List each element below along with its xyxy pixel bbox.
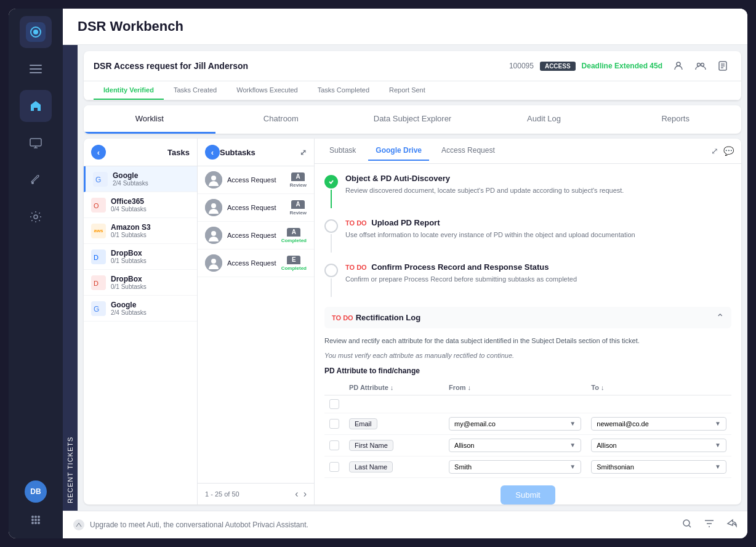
from-email-select[interactable]: my@email.co ▼ <box>449 417 581 431</box>
th-attr: PD Attribute ↓ <box>344 380 444 395</box>
dsr-tab-completed[interactable]: Tasks Completed <box>308 81 379 100</box>
detail-panel: Subtask Google Drive Access Request ⤢ 💬 <box>315 139 741 504</box>
tab-chatroom[interactable]: Chatroom <box>215 105 347 134</box>
expand-icon[interactable]: ⤢ <box>711 146 718 156</box>
subtask-avatar-1 <box>205 171 222 188</box>
share-bottom-icon[interactable] <box>725 517 738 532</box>
dsr-header: DSR Access request for Jill Anderson 100… <box>84 51 741 81</box>
task-logo-aws: aws <box>91 224 106 238</box>
sidebar-item-monitor[interactable] <box>20 127 52 159</box>
next-page-arrow[interactable]: › <box>304 488 307 500</box>
filter-bottom-icon[interactable] <box>703 517 715 532</box>
task-check-2 <box>324 219 338 233</box>
to-email-select[interactable]: newemail@co.de ▼ <box>591 417 726 431</box>
task-detail-1: Object & PD Auti-Discovery Review discov… <box>324 174 731 208</box>
task-subtask-count: 0/4 Subtasks <box>111 206 190 213</box>
subtasks-expand[interactable]: ⤢ <box>300 148 307 157</box>
bottom-icons <box>681 517 738 532</box>
rectification-collapse[interactable]: ⌃ <box>716 312 724 323</box>
dsr-tab-workflows[interactable]: Workflows Executed <box>227 81 307 100</box>
task-check-3 <box>324 264 338 277</box>
recent-tickets-tab[interactable]: RECENT TICKETS <box>63 45 78 511</box>
pd-checkbox-email[interactable] <box>329 419 339 429</box>
task-subtask-count: 0/1 Subtasks <box>111 283 190 290</box>
to-lastname-select[interactable]: Smithsonian ▼ <box>591 460 726 474</box>
pd-checkbox-firstname[interactable] <box>329 440 339 450</box>
todo-label-3: TO DO <box>345 264 367 271</box>
hamburger-icon[interactable] <box>25 58 47 80</box>
pagination-arrows: ‹ › <box>295 488 307 500</box>
chat-icon[interactable]: 💬 <box>723 146 734 156</box>
subtask-item-4[interactable]: Access Request E Completed <box>198 249 314 277</box>
apps-icon[interactable] <box>25 509 47 531</box>
subtask-avatar-4 <box>205 254 222 272</box>
task-name: DropBox <box>111 275 190 283</box>
task-detail-title-1: Object & PD Auti-Discovery <box>345 174 731 183</box>
rectification-todo-label: TO DO <box>332 314 353 322</box>
task-item-office365[interactable]: O Office365 0/4 Subtasks <box>84 192 197 218</box>
task-name: DropBox <box>111 249 190 257</box>
subtasks-toggle[interactable]: ‹ <box>205 145 220 160</box>
tab-data-subject[interactable]: Data Subject Explorer <box>347 105 478 134</box>
subtask-item-3[interactable]: Access Request A Completed <box>198 222 314 249</box>
task-name: Google <box>111 301 190 309</box>
tab-worklist[interactable]: Worklist <box>84 105 215 134</box>
from-lastname-select[interactable]: Smith ▼ <box>449 460 581 474</box>
task-item-google2[interactable]: G Google 2/4 Subtasks <box>84 296 197 322</box>
task-logo-google: G <box>93 172 108 187</box>
tab-reports[interactable]: Reports <box>609 105 741 134</box>
pd-checkbox-lastname[interactable] <box>329 462 339 472</box>
pd-table: PD Attribute ↓ From ↓ To ↓ <box>324 380 731 478</box>
detail-tab-accessrequest[interactable]: Access Request <box>434 141 502 161</box>
task-subtask-count: 0/1 Subtasks <box>111 232 190 238</box>
task-logo-google2: G <box>91 301 106 316</box>
subtask-item-2[interactable]: Access Request A Review <box>198 194 314 222</box>
detail-tab-googledrive[interactable]: Google Drive <box>368 141 429 161</box>
user-avatar[interactable]: DB <box>25 480 47 503</box>
dsr-tab-tasks[interactable]: Tasks Created <box>164 81 227 100</box>
rectification-section: TO DO Rectification Log ⌃ Review and rec… <box>324 307 731 504</box>
svg-point-10 <box>34 516 37 518</box>
sidebar-item-settings[interactable] <box>20 201 52 233</box>
dsr-tab-identity[interactable]: Identity Verified <box>94 81 164 100</box>
from-firstname-select[interactable]: Allison ▼ <box>449 439 581 452</box>
subtask-badge-letter-2: A <box>291 200 305 209</box>
subtask-status-1: Review <box>289 182 307 188</box>
th-to: To ↓ <box>586 380 731 395</box>
tab-audit-log[interactable]: Audit Log <box>478 105 610 134</box>
tasks-toggle[interactable]: ‹ <box>91 145 106 160</box>
detail-content: Object & PD Auti-Discovery Review discov… <box>315 164 741 504</box>
svg-rect-3 <box>30 65 42 66</box>
detail-tab-subtask[interactable]: Subtask <box>322 141 363 161</box>
rectification-header[interactable]: TO DO Rectification Log ⌃ <box>324 307 731 328</box>
subtask-avatar-2 <box>205 199 222 216</box>
svg-point-12 <box>31 519 34 521</box>
attr-email: Email <box>349 418 377 429</box>
task-item-amazon[interactable]: aws Amazon S3 0/1 Subtasks <box>84 218 197 244</box>
pd-checkbox-header[interactable] <box>329 399 339 409</box>
task-item-dropbox1[interactable]: D DropBox 0/1 Subtasks <box>84 244 197 270</box>
dsr-tab-report[interactable]: Report Sent <box>379 81 435 100</box>
to-firstname-select[interactable]: Allison ▼ <box>591 439 726 452</box>
attr-lastname: Last Name <box>349 461 393 472</box>
task-item-dropbox2[interactable]: D DropBox 0/1 Subtasks <box>84 270 197 296</box>
tasks-panel-header: ‹ Tasks <box>84 139 197 166</box>
task-detail-desc-1: Review discovered document, locate subje… <box>345 185 731 196</box>
task-detail-title-3: TO DO Confirm Process Record and Respons… <box>345 262 731 272</box>
task-name: Amazon S3 <box>111 223 190 232</box>
task-logo-dropbox2: D <box>91 275 106 290</box>
submit-button[interactable]: Submit <box>501 485 555 504</box>
subtask-item-1[interactable]: Access Request A Review <box>198 166 314 194</box>
person-icon[interactable] <box>670 57 687 75</box>
document-icon[interactable] <box>714 57 731 75</box>
sidebar-item-tools[interactable] <box>20 164 52 196</box>
group-icon[interactable] <box>692 57 709 75</box>
dsr-deadline: Deadline Extended 45d <box>582 62 662 70</box>
task-item-google1[interactable]: G Google 2/4 Subtasks <box>84 166 197 192</box>
main-tabs: Worklist Chatroom Data Subject Explorer … <box>84 105 741 134</box>
task-logo-dropbox: D <box>91 249 106 264</box>
prev-page-arrow[interactable]: ‹ <box>295 488 298 500</box>
sidebar-item-home[interactable] <box>20 90 52 122</box>
svg-point-9 <box>31 516 34 518</box>
search-bottom-icon[interactable] <box>681 517 693 532</box>
